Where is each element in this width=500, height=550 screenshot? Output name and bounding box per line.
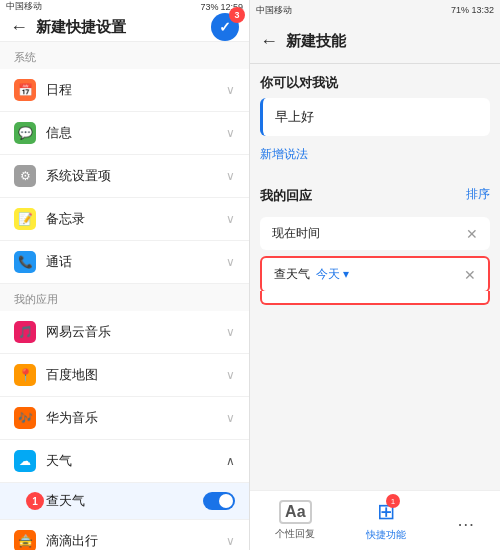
sort-button[interactable]: 排序 xyxy=(466,186,490,203)
settings-arrow: ∨ xyxy=(226,169,235,183)
phone-label: 通话 xyxy=(46,253,226,271)
my-response-title: 我的回应 xyxy=(260,177,312,211)
right-status-left: 中国移动 xyxy=(256,4,292,17)
weather-badge: 1 xyxy=(26,492,44,510)
huawei-icon: 🎶 xyxy=(14,407,36,429)
weather-header[interactable]: ☁ 天气 ∧ xyxy=(0,440,249,483)
response-time-text: 现在时间 xyxy=(272,225,320,242)
weather-icon: ☁ xyxy=(14,450,36,472)
notes-icon: 📝 xyxy=(14,208,36,230)
right-status-bar: 中国移动 71% 13:32 xyxy=(250,0,500,20)
bottom-bar: Aa 个性回复 ⊞ 1 快捷功能 … xyxy=(250,490,500,550)
add-phrase-button[interactable]: 新增说法 xyxy=(260,142,490,171)
right-page-title: 新建技能 xyxy=(286,32,346,51)
right-battery: 71% xyxy=(451,5,469,15)
response-item-time: 现在时间 ✕ xyxy=(260,217,490,250)
shortcut-icon-wrap: ⊞ 1 xyxy=(377,499,395,525)
shortcut-badge: 1 xyxy=(386,494,400,508)
right-carrier: 中国移动 xyxy=(256,5,292,15)
confirm-badge: 3 xyxy=(229,7,245,23)
weather-arrow-up: ∧ xyxy=(226,454,235,468)
message-arrow: ∨ xyxy=(226,126,235,140)
baidu-arrow: ∨ xyxy=(226,368,235,382)
myapps-section-label: 我的应用 xyxy=(0,284,249,311)
response-weather-close[interactable]: ✕ xyxy=(464,267,476,283)
system-section-label: 系统 xyxy=(0,42,249,69)
left-back-button[interactable]: ← xyxy=(10,17,28,38)
left-status-left: 中国移动 xyxy=(6,0,42,13)
message-icon: 💬 xyxy=(14,122,36,144)
weather-label: 天气 xyxy=(46,452,226,470)
dropdown-arrow-icon: ▾ xyxy=(343,267,349,281)
huawei-label: 华为音乐 xyxy=(46,409,226,427)
response-item-weather-content: 查天气 今天 ▾ xyxy=(274,266,464,283)
bottom-item-more[interactable]: … xyxy=(457,508,475,534)
baidu-icon: 📍 xyxy=(14,364,36,386)
left-status-bar: 中国移动 73% 12:59 xyxy=(0,0,249,13)
phrase-text: 早上好 xyxy=(275,109,314,124)
response-weather-text: 查天气 xyxy=(274,266,310,283)
response-weather-action[interactable]: 今天 ▾ xyxy=(316,266,349,283)
menu-item-didi[interactable]: 🚖 滴滴出行 ∨ xyxy=(0,520,249,550)
right-content: 你可以对我说 早上好 新增说法 我的回应 排序 现在时间 ✕ 查天气 今天 ▾ xyxy=(250,64,500,490)
notes-label: 备忘录 xyxy=(46,210,226,228)
didi-icon: 🚖 xyxy=(14,530,36,550)
response-weather-sub xyxy=(260,291,490,305)
personal-label: 个性回复 xyxy=(275,527,315,541)
menu-item-message[interactable]: 💬 信息 ∨ xyxy=(0,112,249,155)
menu-item-huawei[interactable]: 🎶 华为音乐 ∨ xyxy=(0,397,249,440)
menu-item-notes[interactable]: 📝 备忘录 ∨ xyxy=(0,198,249,241)
phrase-box: 早上好 xyxy=(260,98,490,136)
bottom-item-shortcut[interactable]: ⊞ 1 快捷功能 xyxy=(366,499,406,542)
phone-arrow: ∨ xyxy=(226,255,235,269)
huawei-arrow: ∨ xyxy=(226,411,235,425)
phone-icon: 📞 xyxy=(14,251,36,273)
weather-section: ☁ 天气 ∧ 查天气 1 xyxy=(0,440,249,520)
settings-icon: ⚙ xyxy=(14,165,36,187)
menu-item-netease[interactable]: 🎵 网易云音乐 ∨ xyxy=(0,311,249,354)
check-icon: ✓ xyxy=(219,19,231,35)
left-page-title: 新建快捷设置 xyxy=(36,18,211,37)
response-header: 我的回应 排序 xyxy=(260,171,490,217)
right-back-button[interactable]: ← xyxy=(260,31,278,52)
right-top-bar: ← 新建技能 xyxy=(250,20,500,64)
left-battery: 73% xyxy=(200,2,218,12)
calendar-icon: 📅 xyxy=(14,79,36,101)
weather-sub-item[interactable]: 查天气 1 xyxy=(0,483,249,520)
right-time: 13:32 xyxy=(471,5,494,15)
netease-icon: 🎵 xyxy=(14,321,36,343)
netease-arrow: ∨ xyxy=(226,325,235,339)
weather-toggle[interactable] xyxy=(203,492,235,510)
weather-sub-label: 查天气 xyxy=(46,492,203,510)
baidu-label: 百度地图 xyxy=(46,366,226,384)
more-icon: … xyxy=(457,508,475,531)
settings-label: 系统设置项 xyxy=(46,167,226,185)
response-item-weather: 查天气 今天 ▾ ✕ xyxy=(260,256,490,293)
netease-label: 网易云音乐 xyxy=(46,323,226,341)
left-panel: 中国移动 73% 12:59 ← 新建快捷设置 ✓ 3 系统 📅 日程 ∨ 💬 … xyxy=(0,0,250,550)
shortcut-label: 快捷功能 xyxy=(366,528,406,542)
you-can-say-title: 你可以对我说 xyxy=(260,64,490,98)
menu-item-phone[interactable]: 📞 通话 ∨ xyxy=(0,241,249,284)
bottom-item-personal[interactable]: Aa 个性回复 xyxy=(275,500,315,541)
notes-arrow: ∨ xyxy=(226,212,235,226)
menu-item-baidu[interactable]: 📍 百度地图 ∨ xyxy=(0,354,249,397)
message-label: 信息 xyxy=(46,124,226,142)
right-panel: 中国移动 71% 13:32 ← 新建技能 你可以对我说 早上好 新增说法 我的… xyxy=(250,0,500,550)
left-top-bar: ← 新建快捷设置 ✓ 3 xyxy=(0,13,249,42)
didi-arrow: ∨ xyxy=(226,534,235,548)
menu-item-calendar[interactable]: 📅 日程 ∨ xyxy=(0,69,249,112)
menu-item-settings[interactable]: ⚙ 系统设置项 ∨ xyxy=(0,155,249,198)
personal-icon: Aa xyxy=(279,500,311,524)
weather-badge-num: 1 xyxy=(32,496,38,507)
right-status-right: 71% 13:32 xyxy=(451,5,494,15)
calendar-label: 日程 xyxy=(46,81,226,99)
response-item-time-content: 现在时间 xyxy=(272,225,466,242)
response-time-close[interactable]: ✕ xyxy=(466,226,478,242)
calendar-arrow: ∨ xyxy=(226,83,235,97)
didi-label: 滴滴出行 xyxy=(46,532,226,550)
left-carrier: 中国移动 xyxy=(6,0,42,13)
